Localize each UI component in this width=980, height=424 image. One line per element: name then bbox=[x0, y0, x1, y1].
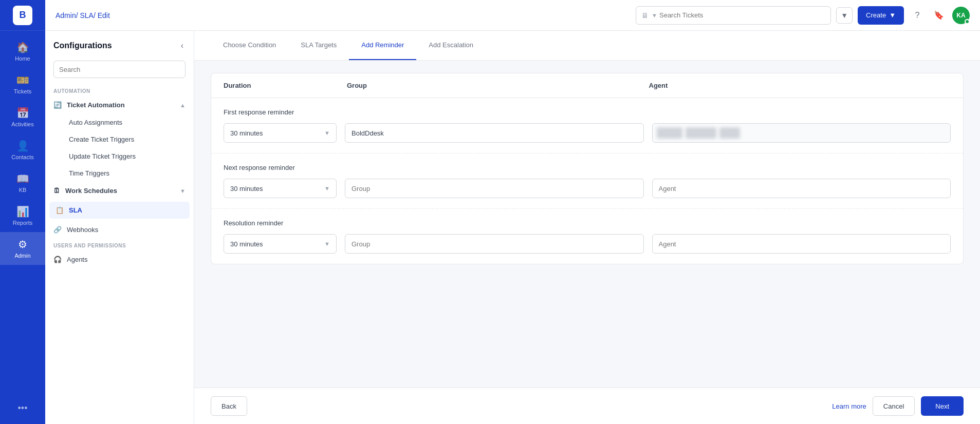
content-area: Choose Condition SLA Targets Add Reminde… bbox=[194, 31, 980, 424]
sidebar-item-sla[interactable]: 📋 SLA bbox=[49, 202, 190, 219]
avatar-initials: KA bbox=[956, 12, 965, 19]
agent-blur-chip-3 bbox=[719, 127, 740, 139]
next-response-agent-input[interactable] bbox=[652, 179, 951, 198]
create-button[interactable]: Create ▼ bbox=[858, 6, 904, 25]
tab-sla-targets[interactable]: SLA Targets bbox=[288, 31, 349, 60]
sidebar: Configurations ‹ AUTOMATION 🔄 Ticket Aut… bbox=[45, 31, 194, 424]
help-button[interactable]: ? bbox=[909, 7, 926, 24]
sidebar-item-update-ticket-triggers[interactable]: Update Ticket Triggers bbox=[45, 148, 194, 165]
sla-icon: 📋 bbox=[56, 206, 64, 214]
left-navigation: B 🏠 Home 🎫 Tickets 📅 Activities 👤 Contac… bbox=[0, 0, 45, 424]
sidebar-collapse-button[interactable]: ‹ bbox=[179, 39, 186, 52]
ticket-automation-chevron-icon: ▲ bbox=[180, 102, 186, 108]
nav-item-reports[interactable]: 📊 Reports bbox=[0, 199, 45, 232]
resolution-fields: 30 minutes ▼ bbox=[224, 234, 951, 254]
next-response-section: Next response reminder 30 minutes ▼ bbox=[211, 153, 963, 209]
avatar[interactable]: KA bbox=[952, 7, 970, 24]
first-response-duration-select[interactable]: 30 minutes ▼ bbox=[224, 123, 337, 143]
agent-blur-chip-1 bbox=[657, 127, 682, 139]
next-response-fields: 30 minutes ▼ bbox=[224, 179, 951, 198]
first-response-agent-input[interactable] bbox=[652, 123, 951, 143]
resolution-label: Resolution reminder bbox=[224, 219, 951, 227]
tab-add-escalation[interactable]: Add Escalation bbox=[416, 31, 486, 60]
sidebar-item-create-ticket-triggers[interactable]: Create Ticket Triggers bbox=[45, 131, 194, 148]
first-response-section: First response reminder 30 minutes ▼ bbox=[211, 98, 963, 153]
nav-label-activities: Activities bbox=[11, 121, 33, 127]
nav-label-admin: Admin bbox=[14, 253, 30, 259]
nav-item-home[interactable]: 🏠 Home bbox=[0, 35, 45, 68]
wizard-content: Duration Group Agent First response remi… bbox=[194, 61, 980, 388]
sla-label: SLA bbox=[69, 206, 82, 214]
breadcrumb: Admin/ SLA/ Edit bbox=[56, 11, 110, 20]
sidebar-search-container[interactable] bbox=[53, 61, 186, 78]
bookmark-icon: 🔖 bbox=[934, 10, 944, 20]
nav-item-contacts[interactable]: 👤 Contacts bbox=[0, 133, 45, 166]
header-right: 🖥 ▼ ▼ Create ▼ ? 🔖 KA bbox=[636, 6, 970, 25]
resolution-agent-field[interactable] bbox=[659, 240, 945, 248]
duration-chevron-icon: ▼ bbox=[324, 130, 330, 136]
resolution-duration-value: 30 minutes bbox=[230, 240, 263, 248]
tab-add-reminder[interactable]: Add Reminder bbox=[349, 31, 416, 60]
learn-more-link[interactable]: Learn more bbox=[832, 402, 866, 410]
next-response-duration-value: 30 minutes bbox=[230, 185, 263, 192]
create-chevron-icon: ▼ bbox=[889, 11, 896, 19]
main-area: Admin/ SLA/ Edit 🖥 ▼ ▼ Create ▼ ? 🔖 KA bbox=[45, 0, 980, 424]
agent-blur-chip-2 bbox=[686, 127, 716, 139]
search-dropdown-icon: ▼ bbox=[652, 12, 657, 18]
nav-item-admin[interactable]: ⚙ Admin bbox=[0, 232, 45, 265]
first-response-group-field[interactable] bbox=[352, 129, 637, 137]
first-response-fields: 30 minutes ▼ bbox=[224, 123, 951, 143]
first-response-group-input[interactable] bbox=[345, 123, 644, 143]
sidebar-item-webhooks[interactable]: 🔗 Webhooks bbox=[45, 221, 194, 239]
search-bar[interactable]: 🖥 ▼ bbox=[636, 6, 831, 25]
logo-area: B bbox=[0, 0, 45, 31]
body-area: Configurations ‹ AUTOMATION 🔄 Ticket Aut… bbox=[45, 31, 980, 424]
reminder-table-header: Duration Group Agent bbox=[211, 73, 963, 98]
bookmark-button[interactable]: 🔖 bbox=[931, 7, 947, 24]
sidebar-item-ticket-automation[interactable]: 🔄 Ticket Automation ▲ bbox=[45, 96, 194, 114]
top-header: Admin/ SLA/ Edit 🖥 ▼ ▼ Create ▼ ? 🔖 KA bbox=[45, 0, 980, 31]
resolution-duration-select[interactable]: 30 minutes ▼ bbox=[224, 234, 337, 254]
next-response-duration-select[interactable]: 30 minutes ▼ bbox=[224, 179, 337, 198]
contacts-icon: 👤 bbox=[16, 140, 29, 152]
sidebar-header: Configurations ‹ bbox=[45, 31, 194, 56]
sidebar-item-work-schedules[interactable]: 🗓 Work Schedules ▼ bbox=[45, 182, 194, 200]
nav-bottom: ••• bbox=[0, 397, 45, 424]
next-response-group-input[interactable] bbox=[345, 179, 644, 198]
work-schedules-icon: 🗓 bbox=[53, 187, 60, 195]
back-button[interactable]: Back bbox=[211, 396, 247, 416]
sidebar-search-input[interactable] bbox=[59, 66, 180, 73]
online-badge bbox=[965, 19, 970, 24]
activities-icon: 📅 bbox=[16, 107, 29, 119]
nav-more-button[interactable]: ••• bbox=[18, 397, 28, 420]
nav-items: 🏠 Home 🎫 Tickets 📅 Activities 👤 Contacts… bbox=[0, 31, 45, 265]
next-response-group-field[interactable] bbox=[352, 185, 637, 192]
resolution-section: Resolution reminder 30 minutes ▼ bbox=[211, 209, 963, 264]
webhooks-icon: 🔗 bbox=[53, 226, 62, 234]
filter-button[interactable]: ▼ bbox=[836, 7, 853, 24]
resolution-group-field[interactable] bbox=[352, 240, 637, 248]
resolution-agent-input[interactable] bbox=[652, 234, 951, 254]
first-response-duration-value: 30 minutes bbox=[230, 129, 263, 137]
sidebar-item-sla-container: 📋 SLA bbox=[45, 200, 194, 221]
home-icon: 🏠 bbox=[16, 41, 29, 53]
nav-item-tickets[interactable]: 🎫 Tickets bbox=[0, 68, 45, 101]
help-icon: ? bbox=[915, 11, 920, 20]
sidebar-item-agents[interactable]: 🎧 Agents bbox=[45, 250, 194, 268]
nav-item-activities[interactable]: 📅 Activities bbox=[0, 101, 45, 133]
resolution-group-input[interactable] bbox=[345, 234, 644, 254]
tab-choose-condition[interactable]: Choose Condition bbox=[211, 31, 288, 60]
column-agent: Agent bbox=[649, 82, 951, 89]
next-response-agent-field[interactable] bbox=[659, 185, 945, 192]
column-group: Group bbox=[347, 82, 649, 89]
cancel-button[interactable]: Cancel bbox=[873, 396, 915, 416]
sidebar-item-auto-assignments[interactable]: Auto Assignments bbox=[45, 114, 194, 131]
agents-icon: 🎧 bbox=[53, 256, 62, 263]
search-input[interactable] bbox=[659, 11, 825, 19]
sidebar-item-time-triggers[interactable]: Time Triggers bbox=[45, 165, 194, 182]
nav-item-kb[interactable]: 📖 KB bbox=[0, 166, 45, 199]
webhooks-label: Webhooks bbox=[67, 226, 98, 234]
search-icon: 🖥 bbox=[641, 11, 649, 20]
next-button[interactable]: Next bbox=[921, 396, 964, 416]
next-response-label: Next response reminder bbox=[224, 164, 951, 171]
